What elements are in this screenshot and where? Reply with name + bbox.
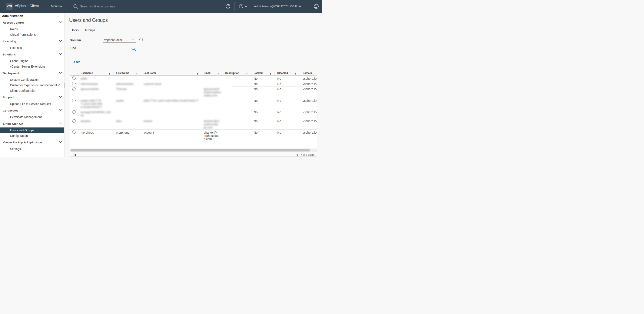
svg-text:?: ? (240, 5, 242, 8)
